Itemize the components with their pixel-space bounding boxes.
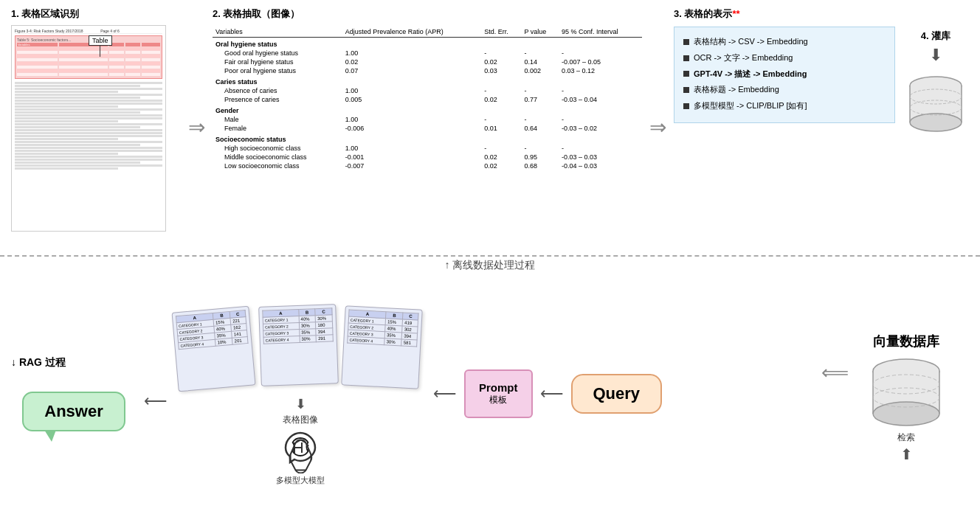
step1-label: 1. 表格区域识别: [11, 7, 181, 21]
rag-answer-area: ↓ RAG 过程 Answer: [11, 356, 137, 431]
paper-header-text: Figure 3-4: Risk Factors Study 2017/2018…: [15, 29, 162, 34]
step2-label: 2. 表格抽取（图像）: [213, 7, 642, 21]
bullet-4: [683, 87, 689, 93]
table-card-1: ABC CATEGORY 115%221 CATEGORY 240%162 CA…: [171, 306, 255, 392]
section-socio: Socioeconomic status: [213, 133, 642, 144]
step3-box: 表格结构 -> CSV -> Embedding OCR -> 文字 -> Em…: [674, 27, 895, 123]
vector-db-area: 向量数据库 检索 ⬆: [843, 325, 969, 463]
gpt-area: ABC CATEGORY 115%221 CATEGORY 240%162 CA…: [175, 302, 426, 486]
table-card-3: ABC CATEGORY 115%419 CATEGORY 240%302 CA…: [341, 306, 423, 389]
table-image-label: 表格图像: [283, 414, 318, 426]
step4-label: 4. 灌库: [921, 29, 950, 43]
step3-item-1: 表格结构 -> CSV -> Embedding: [683, 35, 886, 49]
arrow-step1-step2: ⇒: [188, 7, 205, 248]
table-row: Absence of caries1.00---: [213, 86, 642, 95]
section-caries: Caries status: [213, 75, 642, 86]
table-row: Good oral hygiene status1.00---: [213, 49, 642, 58]
offline-process-label: ↑ 离线数据处理过程: [0, 257, 980, 274]
database-icon: [903, 71, 969, 137]
openai-icon: [280, 433, 321, 473]
data-table: Variables Adjusted Prevalence Ratio (APR…: [213, 27, 642, 170]
bottom-section: ↓ RAG 过程 Answer ⟵ ABC CATEGORY 115%221 C…: [0, 274, 980, 514]
table-row: High socioeconomic class1.00---: [213, 144, 642, 153]
retrieval-area: 检索 ⬆: [897, 431, 915, 463]
main-container: 1. 表格区域识别 Figure 3-4: Risk Factors Study…: [0, 0, 980, 514]
gpt-icon-container: 多模型大模型: [276, 429, 325, 486]
prompt-label: Prompt: [479, 381, 518, 394]
bullet-1: [683, 39, 689, 45]
table-box-label: Table: [89, 35, 112, 46]
right-arrow-icon: ⇒: [188, 115, 205, 139]
top-section: 1. 表格区域识别 Figure 3-4: Risk Factors Study…: [0, 0, 980, 257]
table-row: Presence of caries0.0050.020.77-0.03 – 0…: [213, 95, 642, 104]
table-row: Middle socioeconomic class-0.0010.020.95…: [213, 153, 642, 162]
step4-area: 4. 灌库 ⬇: [903, 29, 969, 137]
prompt-area: Prompt 模板: [464, 369, 533, 418]
vector-db-icon: [866, 355, 947, 428]
table-images-container: ABC CATEGORY 115%221 CATEGORY 240%162 CA…: [175, 302, 426, 390]
query-label: Query: [593, 384, 641, 403]
table-card-2: ABC CATEGORY 140%30% CATEGORY 230%180 CA…: [258, 304, 339, 386]
table-row: Poor oral hygiene status0.070.030.0020.0…: [213, 66, 642, 75]
col-pval: P value: [521, 27, 559, 38]
step3-item-5: 多模型模型 -> CLIP/BLIP [如有]: [683, 99, 886, 114]
prompt-box: Prompt 模板: [464, 369, 533, 418]
col-ci: 95 % Conf. Interval: [559, 27, 642, 38]
svg-point-16: [873, 402, 939, 426]
right-arrow-icon-2: ⇒: [649, 115, 666, 139]
step1-area: 1. 表格区域识别 Figure 3-4: Risk Factors Study…: [11, 7, 181, 248]
step3-item-2: OCR -> 文字 -> Embedding: [683, 51, 886, 66]
bubble-tail: [44, 430, 56, 442]
step3-label: 3. 表格的表示**: [674, 7, 895, 21]
table-row: Low socioeconomic class-0.0070.020.68-0.…: [213, 162, 642, 170]
table-row: Male1.00---: [213, 115, 642, 124]
bullet-3: [683, 71, 689, 77]
step3-item-3: GPT-4V -> 描述 -> Embedding: [683, 67, 886, 82]
table-annotation: Table: [89, 35, 112, 57]
rag-label: ↓ RAG 过程: [11, 356, 66, 369]
section-oral: Oral hygiene status: [213, 38, 642, 49]
retrieval-label: 检索: [897, 431, 915, 444]
step2-area: 2. 表格抽取（图像） Variables Adjusted Prevalenc…: [213, 7, 642, 248]
arrow-prompt-gpt: ⟵: [433, 384, 457, 403]
svg-point-2: [910, 114, 962, 131]
table-row: Female-0.0060.010.64-0.03 – 0.02: [213, 124, 642, 133]
bullet-5: [683, 103, 689, 109]
step3-area: 3. 表格的表示** 表格结构 -> CSV -> Embedding OCR …: [674, 7, 895, 123]
table-row: Fair oral hygiene status0.020.020.14-0.0…: [213, 58, 642, 66]
step3-item-4: 表格标题 -> Embedding: [683, 83, 886, 97]
section-gender: Gender: [213, 104, 642, 115]
bullet-2: [683, 55, 689, 61]
col-variables: Variables: [213, 27, 342, 38]
step3-step4-area: 3. 表格的表示** 表格结构 -> CSV -> Embedding OCR …: [674, 7, 969, 248]
answer-label: Answer: [44, 402, 103, 420]
red-star: **: [732, 8, 739, 19]
gpt-model-label: 多模型大模型: [276, 475, 325, 486]
arrow-query-prompt: ⟵: [540, 384, 564, 403]
vector-db-label: 向量数据库: [873, 333, 939, 350]
col-apr: Adjusted Prevalence Ratio (APR): [342, 27, 482, 38]
arrow-answer-gpt: ⟵: [144, 392, 168, 411]
answer-bubble: Answer: [22, 392, 125, 431]
query-area: Query: [571, 374, 663, 414]
retrieval-up-arrow: ⬆: [900, 445, 913, 463]
col-se: Std. Err.: [481, 27, 521, 38]
arrow-step2-step3: ⇒: [649, 7, 666, 248]
query-bubble: Query: [571, 374, 663, 414]
arrow-tables-gpt: ⬇: [295, 396, 306, 412]
down-arrow-icon: ⬇: [929, 46, 942, 65]
prompt-sublabel: 模板: [479, 394, 518, 406]
